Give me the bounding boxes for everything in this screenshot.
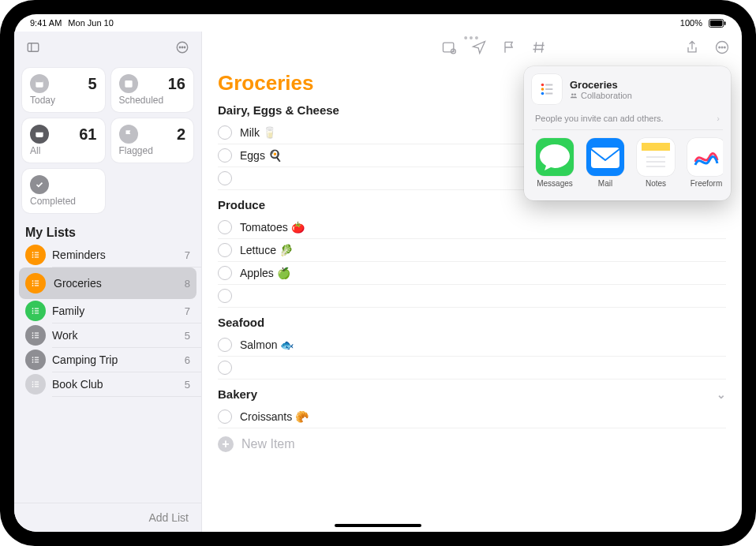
sidebar-list-row[interactable]: Camping Trip6 — [52, 348, 201, 372]
smart-flagged-label: Flagged — [119, 145, 186, 156]
battery-icon — [709, 19, 726, 28]
svg-point-31 — [32, 335, 34, 336]
sidebar-list-row[interactable]: Reminders7 — [52, 243, 201, 267]
sidebar-list-row[interactable]: Book Club5 — [52, 372, 201, 397]
reminder-row-empty[interactable] — [218, 357, 726, 380]
home-indicator[interactable] — [335, 524, 421, 527]
share-popover: Groceries Collaboration People you invit… — [524, 66, 731, 200]
reminder-title: Apples 🍏 — [240, 267, 290, 279]
svg-point-57 — [719, 47, 720, 48]
svg-point-32 — [32, 337, 34, 338]
chevron-down-icon[interactable]: ⌄ — [717, 388, 726, 401]
more-button[interactable] — [713, 39, 731, 56]
app-label: Mail — [598, 179, 612, 188]
reminder-row[interactable]: Salmon 🐟 — [218, 334, 726, 357]
reminder-row-empty[interactable] — [218, 285, 726, 308]
svg-point-62 — [541, 92, 545, 95]
list-count: 7 — [185, 249, 190, 261]
tag-button[interactable] — [530, 39, 548, 56]
reminder-row[interactable]: Tomatoes 🍅 — [218, 216, 726, 239]
smart-all-count: 61 — [79, 125, 96, 144]
svg-rect-1 — [710, 20, 723, 25]
svg-point-67 — [574, 93, 576, 95]
reminder-row[interactable]: Lettuce 🥬 — [218, 239, 726, 262]
svg-rect-68 — [591, 148, 619, 168]
share-app-freeform[interactable]: Freeform — [685, 138, 723, 188]
svg-line-53 — [541, 42, 543, 52]
svg-point-60 — [541, 84, 545, 87]
section-header[interactable]: Seafood — [218, 316, 726, 329]
complete-checkbox[interactable] — [218, 171, 232, 185]
svg-point-44 — [32, 386, 34, 387]
list-bullet-icon — [25, 245, 46, 265]
grabber-icon[interactable]: ••• — [464, 32, 481, 44]
smart-today-count: 5 — [88, 75, 96, 93]
sidebar-more-button[interactable] — [171, 36, 193, 58]
svg-point-61 — [541, 88, 545, 91]
chevron-right-icon: › — [717, 114, 720, 123]
svg-point-12 — [32, 252, 34, 253]
add-list-button[interactable]: Add List — [14, 503, 201, 532]
svg-point-6 — [179, 47, 181, 48]
share-app-messages[interactable]: Messages — [533, 138, 576, 188]
section-title: Bakery — [218, 387, 257, 401]
smart-list-flagged[interactable]: 2 Flagged — [111, 118, 194, 163]
new-item-button[interactable]: +New Item — [218, 428, 726, 460]
flag-button[interactable] — [500, 39, 518, 56]
share-mode-button[interactable]: Collaboration — [570, 91, 632, 100]
list-count: 5 — [185, 330, 190, 342]
smart-all-label: All — [30, 145, 97, 156]
reminder-row[interactable]: Apples 🍏 — [218, 262, 726, 285]
sidebar-list-row[interactable]: Family7 — [52, 299, 201, 323]
list-bullet-icon — [25, 301, 46, 321]
section-title: Seafood — [218, 316, 264, 329]
complete-checkbox[interactable] — [218, 243, 232, 257]
smart-scheduled-count: 16 — [168, 75, 185, 93]
svg-point-59 — [724, 47, 726, 48]
list-name: Book Club — [52, 378, 177, 391]
svg-rect-2 — [724, 21, 726, 25]
smart-list-completed[interactable]: Completed — [22, 169, 105, 213]
sidebar-list-row[interactable]: Groceries8 — [19, 267, 196, 299]
reminder-row[interactable]: Croissants 🥐 — [218, 406, 726, 428]
calendar-grid-icon — [119, 74, 138, 93]
smart-list-all[interactable]: 61 All — [22, 118, 105, 163]
toggle-sidebar-button[interactable] — [22, 36, 44, 58]
reminder-title: Milk 🥛 — [240, 126, 276, 139]
my-lists-header: My Lists — [14, 219, 201, 243]
svg-point-18 — [32, 280, 34, 282]
sidebar: 5 Today 16 Scheduled — [14, 32, 202, 532]
share-permissions-row[interactable]: People you invite can add others. › — [532, 104, 723, 130]
reminder-title: Eggs 🍳 — [240, 149, 282, 162]
share-permissions-label: People you invite can add others. — [535, 114, 664, 123]
share-thumbnail-icon — [532, 74, 562, 104]
complete-checkbox[interactable] — [218, 338, 232, 352]
battery-percent: 100% — [680, 18, 702, 28]
complete-checkbox[interactable] — [218, 148, 232, 163]
smart-list-today[interactable]: 5 Today — [22, 68, 105, 112]
complete-checkbox[interactable] — [218, 220, 232, 234]
status-date: Mon Jun 10 — [68, 18, 113, 28]
complete-checkbox[interactable] — [218, 410, 232, 424]
smart-list-scheduled[interactable]: 16 Scheduled — [111, 68, 194, 112]
share-button[interactable] — [683, 39, 701, 56]
share-app-notes[interactable]: Notes — [634, 138, 677, 188]
list-count: 7 — [185, 305, 190, 317]
section-header[interactable]: Bakery⌄ — [218, 387, 726, 401]
new-reminder-button[interactable] — [440, 39, 458, 56]
complete-checkbox[interactable] — [218, 125, 232, 140]
list-bullet-icon — [25, 374, 46, 395]
svg-point-25 — [32, 310, 34, 312]
sidebar-list-row[interactable]: Work5 — [52, 323, 201, 348]
share-title: Groceries — [570, 79, 632, 91]
list-name: Groceries — [54, 277, 177, 290]
svg-rect-11 — [125, 80, 132, 88]
share-app-mail[interactable]: Mail — [584, 138, 627, 188]
complete-checkbox[interactable] — [218, 289, 232, 303]
status-bar: 9:41 AM Mon Jun 10 100% — [14, 14, 742, 32]
svg-rect-3 — [28, 43, 39, 52]
complete-checkbox[interactable] — [218, 266, 232, 280]
svg-rect-70 — [642, 143, 670, 151]
reminder-title: Salmon 🐟 — [240, 338, 294, 351]
complete-checkbox[interactable] — [218, 361, 232, 375]
